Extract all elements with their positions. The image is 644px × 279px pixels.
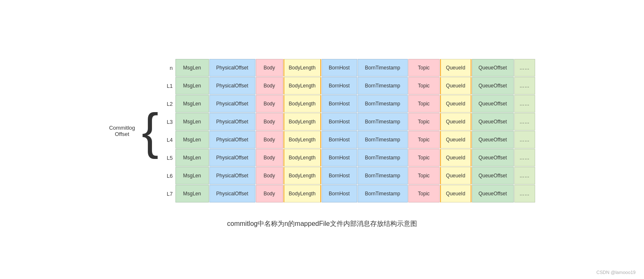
cells: MsgLenPhysicalOffsetBodyBodyLengthBornHo… bbox=[175, 149, 535, 166]
row-label: L7 bbox=[164, 191, 175, 197]
cell-body: Body bbox=[256, 167, 283, 184]
watermark: CSDN @lamooo19 bbox=[596, 270, 636, 275]
table-row: L6MsgLenPhysicalOffsetBodyBodyLengthBorn… bbox=[164, 167, 535, 184]
row-label: L1 bbox=[164, 83, 175, 89]
cell-bodylength: BodyLength bbox=[283, 95, 321, 113]
cell-msglen: MsgLen bbox=[175, 95, 209, 113]
cell-queueoffset: QueueOffset bbox=[472, 185, 514, 202]
cell-borntimestamp: BornTimestamp bbox=[358, 185, 408, 202]
cell-dots: …… bbox=[514, 131, 535, 148]
cell-dots: …… bbox=[514, 167, 535, 184]
cell-body: Body bbox=[256, 77, 283, 95]
cell-physoffset: PhysicalOffset bbox=[209, 131, 255, 148]
cell-queueid: QueueId bbox=[440, 131, 471, 148]
cell-body: Body bbox=[256, 59, 283, 77]
cell-queueid: QueueId bbox=[440, 77, 471, 95]
cells: MsgLenPhysicalOffsetBodyBodyLengthBornHo… bbox=[175, 131, 535, 148]
cell-bodylength: BodyLength bbox=[283, 167, 321, 184]
table-row: L4MsgLenPhysicalOffsetBodyBodyLengthBorn… bbox=[164, 131, 535, 148]
cell-dots: …… bbox=[514, 77, 535, 95]
cell-bornhost: BornHost bbox=[322, 185, 357, 202]
table-row: nMsgLenPhysicalOffsetBodyBodyLengthBornH… bbox=[164, 59, 535, 77]
cell-topic: Topic bbox=[408, 77, 440, 95]
cell-queueoffset: QueueOffset bbox=[472, 77, 514, 95]
main-container: Commitlog Offset { nMsgLenPhysicalOffset… bbox=[0, 42, 644, 237]
row-label: L4 bbox=[164, 137, 175, 143]
cell-dots: …… bbox=[514, 185, 535, 202]
cell-borntimestamp: BornTimestamp bbox=[358, 149, 408, 166]
cell-bornhost: BornHost bbox=[322, 59, 357, 77]
cell-queueid: QueueId bbox=[440, 167, 471, 184]
row-label: L2 bbox=[164, 101, 175, 107]
cell-dots: …… bbox=[514, 149, 535, 166]
cell-physoffset: PhysicalOffset bbox=[209, 77, 255, 95]
cell-physoffset: PhysicalOffset bbox=[209, 167, 255, 184]
table-wrapper: nMsgLenPhysicalOffsetBodyBodyLengthBornH… bbox=[164, 59, 535, 203]
table-row: L3MsgLenPhysicalOffsetBodyBodyLengthBorn… bbox=[164, 113, 535, 131]
cell-bornhost: BornHost bbox=[322, 113, 357, 131]
cells: MsgLenPhysicalOffsetBodyBodyLengthBornHo… bbox=[175, 167, 535, 184]
cell-bodylength: BodyLength bbox=[283, 149, 321, 166]
cell-topic: Topic bbox=[408, 167, 440, 184]
cell-queueoffset: QueueOffset bbox=[472, 113, 514, 131]
cell-physoffset: PhysicalOffset bbox=[209, 149, 255, 166]
row-label: L3 bbox=[164, 119, 175, 125]
cells: MsgLenPhysicalOffsetBodyBodyLengthBornHo… bbox=[175, 185, 535, 202]
cells: MsgLenPhysicalOffsetBodyBodyLengthBornHo… bbox=[175, 59, 535, 77]
cell-physoffset: PhysicalOffset bbox=[209, 113, 255, 131]
diagram-area: Commitlog Offset { nMsgLenPhysicalOffset… bbox=[109, 59, 535, 203]
cells: MsgLenPhysicalOffsetBodyBodyLengthBornHo… bbox=[175, 113, 535, 131]
cell-body: Body bbox=[256, 131, 283, 148]
cell-bodylength: BodyLength bbox=[283, 131, 321, 148]
row-label: L6 bbox=[164, 173, 175, 179]
row-label: L5 bbox=[164, 155, 175, 161]
cell-topic: Topic bbox=[408, 95, 440, 113]
cell-msglen: MsgLen bbox=[175, 113, 209, 131]
brace-container: { bbox=[142, 106, 159, 156]
cell-queueoffset: QueueOffset bbox=[472, 131, 514, 148]
cell-bodylength: BodyLength bbox=[283, 113, 321, 131]
left-label-line1: Commitlog bbox=[109, 125, 135, 131]
cell-queueoffset: QueueOffset bbox=[472, 167, 514, 184]
cell-bornhost: BornHost bbox=[322, 149, 357, 166]
cell-bodylength: BodyLength bbox=[283, 59, 321, 77]
cell-queueoffset: QueueOffset bbox=[472, 95, 514, 113]
left-label: Commitlog Offset bbox=[109, 125, 135, 137]
caption: commitlog中名称为n的mappedFile文件内部消息存放结构示意图 bbox=[227, 220, 417, 228]
cell-dots: …… bbox=[514, 95, 535, 113]
cell-borntimestamp: BornTimestamp bbox=[358, 95, 408, 113]
cell-bornhost: BornHost bbox=[322, 131, 357, 148]
cell-queueid: QueueId bbox=[440, 185, 471, 202]
cell-physoffset: PhysicalOffset bbox=[209, 95, 255, 113]
cell-queueid: QueueId bbox=[440, 59, 471, 77]
cell-body: Body bbox=[256, 95, 283, 113]
table-row: L2MsgLenPhysicalOffsetBodyBodyLengthBorn… bbox=[164, 95, 535, 113]
left-label-line2: Offset bbox=[115, 131, 129, 137]
table-row: L1MsgLenPhysicalOffsetBodyBodyLengthBorn… bbox=[164, 77, 535, 95]
cell-msglen: MsgLen bbox=[175, 167, 209, 184]
cell-queueoffset: QueueOffset bbox=[472, 59, 514, 77]
cell-bodylength: BodyLength bbox=[283, 77, 321, 95]
cell-bornhost: BornHost bbox=[322, 95, 357, 113]
cell-topic: Topic bbox=[408, 149, 440, 166]
cell-borntimestamp: BornTimestamp bbox=[358, 77, 408, 95]
cell-msglen: MsgLen bbox=[175, 59, 209, 77]
cell-body: Body bbox=[256, 113, 283, 131]
cell-bodylength: BodyLength bbox=[283, 185, 321, 202]
cells: MsgLenPhysicalOffsetBodyBodyLengthBornHo… bbox=[175, 95, 535, 113]
cell-topic: Topic bbox=[408, 113, 440, 131]
row-label: n bbox=[164, 65, 175, 71]
cell-borntimestamp: BornTimestamp bbox=[358, 167, 408, 184]
cell-queueid: QueueId bbox=[440, 95, 471, 113]
cells: MsgLenPhysicalOffsetBodyBodyLengthBornHo… bbox=[175, 77, 535, 95]
table-row: L5MsgLenPhysicalOffsetBodyBodyLengthBorn… bbox=[164, 149, 535, 166]
cell-msglen: MsgLen bbox=[175, 77, 209, 95]
cell-borntimestamp: BornTimestamp bbox=[358, 131, 408, 148]
cell-bornhost: BornHost bbox=[322, 77, 357, 95]
cell-dots: …… bbox=[514, 113, 535, 131]
cell-physoffset: PhysicalOffset bbox=[209, 185, 255, 202]
cell-topic: Topic bbox=[408, 185, 440, 202]
cell-msglen: MsgLen bbox=[175, 131, 209, 148]
cell-msglen: MsgLen bbox=[175, 185, 209, 202]
cell-borntimestamp: BornTimestamp bbox=[358, 113, 408, 131]
